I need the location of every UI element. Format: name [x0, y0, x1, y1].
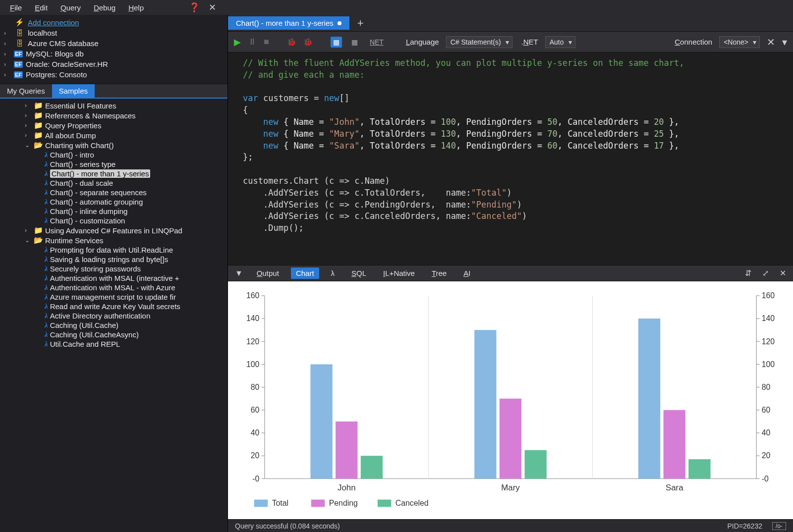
- tree-item-label: Runtime Services: [45, 236, 104, 245]
- results-text-button[interactable]: NET: [367, 37, 386, 48]
- tree-item[interactable]: λSaving & loading strings and byte[]s: [0, 255, 227, 264]
- result-tab-lambda[interactable]: λ: [326, 267, 340, 279]
- tree-item[interactable]: λActive Directory authentication: [0, 311, 227, 320]
- connection-label: Connection: [673, 38, 712, 46]
- result-tab-output[interactable]: Output: [252, 267, 284, 279]
- editor-panel: Chart() - more than 1 y-series + ▶ ⏸ ■ 🐞…: [228, 15, 793, 532]
- tree-folder[interactable]: ›📁Using Advanced C# Features in LINQPad: [0, 225, 227, 235]
- net-select[interactable]: Auto: [545, 36, 575, 48]
- tree-folder[interactable]: ⌄📂Charting with Chart(): [0, 140, 227, 150]
- tree-item-label: Chart() - separate sequences: [50, 188, 147, 197]
- close-results-icon[interactable]: ✕: [778, 268, 788, 278]
- result-tab-il[interactable]: IL+Native: [378, 267, 420, 279]
- collapse-icon[interactable]: ▼: [233, 269, 245, 278]
- connection-item[interactable]: ›EFOracle: OracleServer.HR: [2, 59, 226, 69]
- result-tab-sql[interactable]: SQL: [346, 267, 371, 279]
- tree-folder[interactable]: ›📁References & Namespaces: [0, 110, 227, 120]
- add-connection-link[interactable]: Add connection: [28, 18, 79, 27]
- lambda-icon: λ: [45, 198, 48, 206]
- toolbar-close-icon[interactable]: ✕: [767, 36, 775, 48]
- result-tab-ai[interactable]: AI: [458, 267, 475, 279]
- result-tab-tree[interactable]: Tree: [427, 267, 452, 279]
- lambda-icon: λ: [45, 179, 48, 187]
- expand-icon[interactable]: ⤢: [760, 268, 771, 278]
- plug-icon: ⚡: [14, 18, 25, 27]
- svg-rect-44: [254, 500, 268, 507]
- tree-folder[interactable]: ›📁Query Properties: [0, 120, 227, 130]
- lambda-icon: λ: [45, 246, 48, 254]
- tree-item-label: Active Directory authentication: [50, 312, 151, 320]
- svg-text:John: John: [338, 483, 356, 492]
- svg-text:140: 140: [762, 314, 775, 322]
- database-icon: 🗄: [14, 29, 25, 37]
- tree-item[interactable]: λChart() - series type: [0, 160, 227, 169]
- tree-item[interactable]: λUtil.Cache and REPL: [0, 339, 227, 349]
- chart-bar: [500, 399, 521, 479]
- tree-item-label: Chart() - dual scale: [50, 179, 113, 187]
- editor-tab-active[interactable]: Chart() - more than 1 y-series: [228, 16, 349, 30]
- tab-myqueries[interactable]: My Queries: [0, 84, 52, 98]
- tree-item[interactable]: λChart() - more than 1 y-series: [0, 169, 227, 178]
- tree-item-label: Chart() - customization: [50, 216, 125, 225]
- tree-item-label: Chart() - inline dumping: [50, 207, 128, 215]
- language-select[interactable]: C# Statement(s): [446, 36, 512, 48]
- tree-item[interactable]: λChart() - automatic grouping: [0, 197, 227, 207]
- tree-item[interactable]: λChart() - intro: [0, 150, 227, 160]
- pause-button[interactable]: ⏸: [248, 37, 257, 47]
- tree-item[interactable]: λChart() - inline dumping: [0, 207, 227, 216]
- tree-item[interactable]: λCaching (Util.Cache): [0, 320, 227, 330]
- new-tab-button[interactable]: +: [349, 17, 372, 30]
- samples-tree[interactable]: ›📁Essential UI Features›📁References & Na…: [0, 99, 227, 532]
- stop-button[interactable]: ■: [264, 37, 269, 47]
- toolbar-menu-icon[interactable]: ▾: [782, 36, 787, 48]
- connection-item[interactable]: ›🗄Azure CMS database: [2, 38, 226, 49]
- code-editor[interactable]: // With the fluent AddYSeries method, yo…: [228, 53, 793, 266]
- connection-item[interactable]: ›EFPostgres: Consoto: [2, 69, 226, 80]
- tree-item[interactable]: λChart() - dual scale: [0, 178, 227, 188]
- tree-item-label: Chart() - series type: [50, 160, 116, 168]
- tree-folder[interactable]: ⌄📂Runtime Services: [0, 235, 227, 245]
- folder-icon: 📁: [34, 131, 43, 140]
- menu-edit[interactable]: Edit: [29, 2, 54, 13]
- results-grid-button[interactable]: ▦: [331, 37, 342, 48]
- tree-item-label: Charting with Chart(): [45, 141, 113, 150]
- tree-item[interactable]: λCaching (Util.CacheAsync): [0, 330, 227, 339]
- tab-samples[interactable]: Samples: [52, 84, 95, 98]
- chevron-icon: ›: [25, 227, 32, 234]
- ef-icon: EF: [14, 51, 23, 57]
- sidebar-close-icon[interactable]: ✕: [205, 2, 220, 13]
- bug-step-icon[interactable]: 🐞: [303, 38, 313, 47]
- tree-item-label: All about Dump: [45, 131, 96, 140]
- lambda-icon: λ: [45, 321, 48, 329]
- tree-item[interactable]: λAzure management script to update fir: [0, 292, 227, 302]
- connection-label: Postgres: Consoto: [26, 70, 87, 79]
- connection-item[interactable]: ›EFMySQL: Blogs db: [2, 49, 226, 59]
- folder-icon: 📂: [34, 236, 43, 245]
- run-button[interactable]: ▶: [234, 37, 241, 48]
- split-icon[interactable]: ⇵: [743, 268, 753, 278]
- tree-item-label: References & Namespaces: [45, 111, 136, 120]
- tree-folder[interactable]: ›📁Essential UI Features: [0, 101, 227, 110]
- menu-help[interactable]: Help: [122, 2, 150, 13]
- result-tab-chart[interactable]: Chart: [291, 267, 319, 279]
- results-rich-button[interactable]: ▦: [349, 37, 360, 48]
- tree-item[interactable]: λSecurely storing passwords: [0, 264, 227, 273]
- tree-item[interactable]: λPrompting for data with Util.ReadLine: [0, 245, 227, 255]
- add-connection-row[interactable]: ⚡ Add connection: [2, 17, 226, 28]
- svg-rect-48: [378, 500, 391, 507]
- menu-file[interactable]: File: [4, 2, 28, 13]
- tree-item[interactable]: λAuthentication with MSAL - with Azure: [0, 283, 227, 292]
- tree-folder[interactable]: ›📁All about Dump: [0, 130, 227, 140]
- connection-item[interactable]: ›🗄localhost: [2, 28, 226, 38]
- help-icon[interactable]: ❓: [185, 2, 204, 13]
- connection-select[interactable]: <None>: [719, 36, 760, 48]
- tree-item[interactable]: λAuthentication with MSAL (interactive +: [0, 273, 227, 283]
- tree-item[interactable]: λChart() - separate sequences: [0, 188, 227, 197]
- tree-item[interactable]: λRead and write Azure Key Vault secrets: [0, 302, 227, 311]
- menu-query[interactable]: Query: [55, 2, 87, 13]
- lambda-icon: λ: [45, 207, 48, 215]
- tree-item[interactable]: λChart() - customization: [0, 216, 227, 225]
- bug-icon[interactable]: 🐞: [287, 38, 296, 47]
- menu-debug[interactable]: Debug: [88, 2, 121, 13]
- status-message: Query successful (0.084 seconds): [235, 522, 340, 530]
